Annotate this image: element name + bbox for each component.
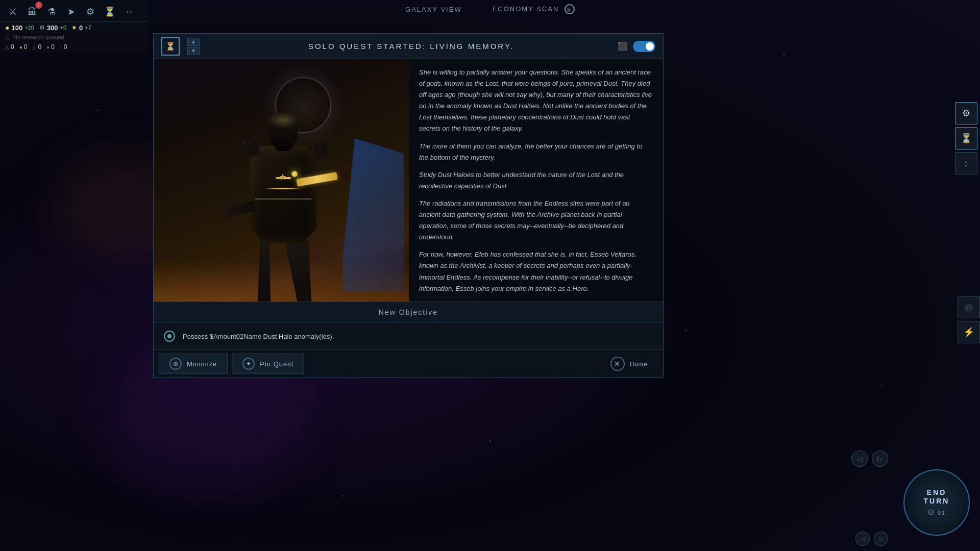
right-icon-hourglass[interactable]: ⏳ xyxy=(955,127,977,149)
economy-icon: ◎ xyxy=(565,4,575,14)
char-leg-right xyxy=(283,240,311,302)
char-head-glow xyxy=(268,113,299,128)
toggle-switch[interactable] xyxy=(633,41,655,52)
quest-image: ★ xyxy=(154,59,409,302)
corner-icons: ◁ ▷ xyxy=(855,532,888,546)
char-accent-3 xyxy=(255,198,311,199)
done-x-icon: ✕ xyxy=(610,357,625,371)
quest-text-area[interactable]: She is willing to partially answer your … xyxy=(409,59,663,302)
top-center-nav: GALAXY VIEW ECONOMY SCAN ◎ xyxy=(0,0,980,19)
resource-row-1: ● 100 +20 ⚙ 300 +0 ★ 0 +7 xyxy=(0,22,148,33)
turn-number: ⊙ 01 xyxy=(927,507,946,517)
quest-paragraph-3: Study Dust Haloes to better understand t… xyxy=(419,169,653,192)
corner-icon-right[interactable]: ▷ xyxy=(874,532,888,546)
weapon-gem xyxy=(291,171,298,177)
dust-value: 100 xyxy=(11,24,22,32)
no-research-label[interactable]: △ No research queued xyxy=(0,33,148,42)
industry-resource: ⚙ 300 +0 xyxy=(39,24,66,32)
tab-economy-scan[interactable]: ECONOMY SCAN ◎ xyxy=(477,0,590,19)
quest-header: ⏳ ▲ ▼ SOLO QUEST STARTED: LIVING MEMORY.… xyxy=(154,34,663,59)
right-sidebar-lower: ◎ ⚡ xyxy=(958,296,980,343)
resource-row-2: △ 0 ● 0 △ 0 ● 0 ↑ 0 xyxy=(0,42,148,52)
done-button[interactable]: ✕ Done xyxy=(600,354,658,374)
end-turn-content: END TURN ⊙ 01 xyxy=(924,488,950,517)
bottom-mini-icons: ◁ ▷ xyxy=(851,450,888,467)
industry-value: 300 xyxy=(47,24,58,32)
right-icon-nav2[interactable]: ⚡ xyxy=(958,321,980,343)
dust-resource: ● 100 +20 xyxy=(5,23,34,32)
quest-header-icon: ⏳ xyxy=(161,37,180,56)
res-red2: ● 0 xyxy=(19,43,28,51)
char-shoulder-right xyxy=(311,136,329,159)
char-leg-left xyxy=(258,235,283,302)
objective-radio xyxy=(164,331,175,342)
right-icon-gear[interactable]: ⚙ xyxy=(955,102,977,124)
quest-header-right: ⬛ xyxy=(618,41,655,52)
mini-icon-left[interactable]: ◁ xyxy=(851,450,868,467)
objective-header: New Objective xyxy=(154,302,663,323)
corner-icon-left[interactable]: ◁ xyxy=(855,532,870,546)
mini-icon-right[interactable]: ▷ xyxy=(872,450,888,467)
pin-icon: ✦ xyxy=(242,358,255,370)
science-plus: +7 xyxy=(85,24,91,31)
science-value: 0 xyxy=(79,24,83,32)
science-resource: ★ 0 +7 xyxy=(71,24,91,32)
char-emblem: ★ xyxy=(276,170,290,184)
end-turn-label-line1: END xyxy=(927,488,947,497)
quest-paragraph-1: She is willing to partially answer your … xyxy=(419,67,653,135)
arrow-down-btn[interactable]: ▼ xyxy=(187,47,200,55)
quest-paragraph-6: Mysteries, as usual, only seem to genera… xyxy=(419,300,653,302)
res-red1: △ 0 xyxy=(5,43,14,51)
right-icon-arrows[interactable]: ↕ xyxy=(955,152,977,174)
external-link-icon[interactable]: ⬛ xyxy=(618,41,628,51)
char-torso xyxy=(250,146,316,243)
quest-modal: ⏳ ▲ ▼ SOLO QUEST STARTED: LIVING MEMORY.… xyxy=(153,33,664,378)
quest-footer: ⊕ Minimize ✦ Pin Quest ✕ Done xyxy=(154,349,663,378)
right-sidebar: ⚙ ⏳ ↕ xyxy=(952,102,980,174)
industry-plus: +0 xyxy=(60,24,67,31)
quest-title: SOLO QUEST STARTED: LIVING MEMORY. xyxy=(205,42,618,51)
quest-paragraph-4: The radiations and transmissions from th… xyxy=(419,198,653,243)
res-purple: ● 0 xyxy=(46,43,55,51)
char-accent-2 xyxy=(265,188,301,189)
end-turn-button[interactable]: END TURN ⊙ 01 xyxy=(903,469,970,536)
end-turn-label-line2: TURN xyxy=(924,497,950,506)
objective-text: Possess $Amount02Name Dust Halo anomaly(… xyxy=(183,333,334,340)
quest-paragraph-2: The more of them you can analyze, the be… xyxy=(419,141,653,163)
minimize-button[interactable]: ⊕ Minimize xyxy=(159,354,228,374)
res-green: ↑ 0 xyxy=(60,43,67,51)
quest-body: ★ She is willing to partially answer you… xyxy=(154,59,663,302)
res-red3: △ 0 xyxy=(32,43,41,51)
right-icon-nav1[interactable]: ◎ xyxy=(958,296,980,318)
quest-nav-arrows: ▲ ▼ xyxy=(187,38,200,55)
quest-paragraph-5: For now, however, Efeb has confessed tha… xyxy=(419,249,653,294)
dust-plus: +20 xyxy=(24,24,34,31)
minimize-icon: ⊕ xyxy=(169,358,182,370)
tab-galaxy-view[interactable]: GALAXY VIEW xyxy=(390,2,477,18)
objective-item: Possess $Amount02Name Dust Halo anomaly(… xyxy=(154,323,663,349)
arrow-up-btn[interactable]: ▲ xyxy=(187,38,200,46)
character-figure: ★ xyxy=(240,103,332,302)
pin-quest-button[interactable]: ✦ Pin Quest xyxy=(232,354,304,374)
objective-section: New Objective Possess $Amount02Name Dust… xyxy=(154,302,663,349)
